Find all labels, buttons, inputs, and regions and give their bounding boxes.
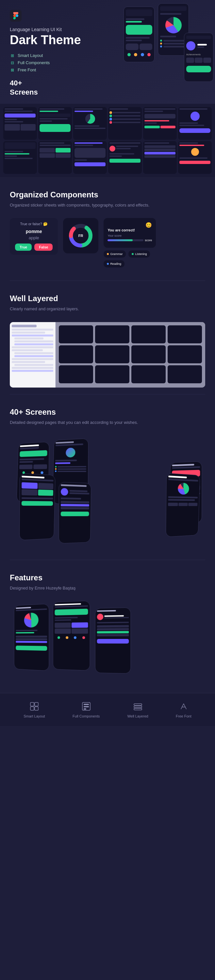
layer-thumb-7 — [131, 345, 166, 363]
screen-thumb-10 — [108, 141, 142, 174]
well-layered-desc: Clearly named and organized layers. — [10, 306, 205, 312]
donut-chart-card: FR — [63, 218, 98, 253]
screen-thumb-3 — [73, 107, 107, 140]
screen-thumb-7 — [3, 141, 37, 174]
components-showcase: True or false? 🤔 pomme apple True False … — [10, 218, 205, 267]
listening-badge: Listening — [128, 250, 150, 258]
full-components-icon: ⊟ — [10, 60, 15, 65]
footer-smart-layout-icon — [29, 701, 40, 711]
screen-thumb-5 — [143, 107, 177, 140]
footer-item-smart-layout: Smart Layout — [24, 701, 45, 718]
layer-thumb-11 — [131, 365, 166, 383]
hero-phone-3: Achievements — [184, 33, 213, 82]
feat-phone-2 — [53, 601, 90, 671]
screen-thumb-8 — [38, 141, 72, 174]
phone-3d-4 — [19, 473, 55, 540]
organized-title: Organized Components — [10, 190, 205, 199]
free-font-label: Free Font — [17, 67, 36, 72]
phone-3d-6 — [166, 473, 200, 537]
well-layered-section: Well Layered Clearly named and organized… — [0, 281, 215, 394]
organized-desc: Organized sticker sheets with components… — [10, 202, 205, 208]
screen-thumb-2 — [38, 107, 72, 140]
congrats-area: 😊 You are correct! Your score score Gram… — [104, 218, 156, 267]
features-section: Features Designed by Emre Huzeyfe Baştaş — [0, 560, 215, 693]
lesson-tags: Grammar Listening — [104, 250, 156, 258]
layer-thumb-6 — [95, 345, 130, 363]
footer-smart-layout-label: Smart Layout — [24, 714, 45, 718]
footer-item-well-layered: Well Layered — [127, 701, 149, 718]
screens-desc: Detailed designed pages that you can edi… — [10, 419, 205, 426]
organized-components-section: Organized Components Organized sticker s… — [0, 177, 215, 281]
false-button[interactable]: False — [34, 243, 52, 251]
footer-free-font-label: Free Font — [176, 714, 191, 718]
svg-rect-13 — [134, 704, 142, 705]
footer-well-layered-label: Well Layered — [127, 714, 149, 718]
layer-thumb-1 — [59, 325, 93, 344]
screen-thumb-4 — [108, 107, 142, 140]
features-title: Features — [10, 573, 205, 582]
hero-section: Language Learning UI Kit Dark Theme ⊞ Sm… — [0, 0, 215, 104]
footer-free-font-icon — [179, 701, 189, 711]
your-score-label: Your score — [108, 234, 152, 237]
layers-sidebar — [10, 322, 55, 388]
smart-layout-icon: ⊞ — [10, 53, 15, 58]
svg-rect-12 — [84, 708, 86, 710]
figma-logo — [10, 10, 22, 22]
footer-full-components-icon — [81, 701, 92, 711]
screens-section: 40+ Screens Detailed designed pages that… — [0, 395, 215, 560]
svg-rect-6 — [35, 702, 38, 706]
congrats-title-text: You are correct! — [108, 228, 152, 232]
quiz-emoji: 🤔 — [43, 222, 48, 226]
quiz-word-main: pomme — [15, 229, 52, 234]
footer-items: Smart Layout Full Components — [10, 701, 205, 718]
free-font-icon: ⊠ — [10, 67, 15, 73]
layer-thumb-9 — [59, 365, 93, 383]
svg-rect-14 — [134, 706, 142, 708]
grammar-badge: Grammar — [104, 250, 126, 258]
quiz-question: True or false? 🤔 — [15, 222, 52, 226]
svg-rect-7 — [30, 707, 34, 710]
screenshots-grid — [3, 107, 212, 174]
well-layered-title: Well Layered — [10, 294, 205, 303]
feat-phone-3 — [95, 608, 131, 674]
congrats-card: 😊 You are correct! Your score score — [104, 218, 156, 248]
layer-thumb-2 — [95, 325, 130, 344]
screen-thumb-1 — [3, 107, 37, 140]
screen-thumb-6 — [178, 107, 212, 140]
screen-thumb-11 — [143, 141, 177, 174]
phone-3d-5 — [58, 482, 91, 544]
screens-title: 40+ Screens — [10, 407, 205, 417]
svg-text:FR: FR — [78, 234, 83, 238]
screen-thumb-12 — [178, 141, 212, 174]
layer-thumb-12 — [168, 365, 202, 383]
screen-thumb-9 — [73, 141, 107, 174]
footer-item-full-components: Full Components — [73, 701, 100, 718]
svg-rect-5 — [30, 702, 34, 706]
phones-3d-showcase — [10, 435, 205, 547]
svg-rect-11 — [84, 706, 89, 707]
layer-thumb-5 — [59, 345, 93, 363]
svg-rect-15 — [134, 708, 142, 710]
features-phones — [10, 601, 205, 686]
quiz-word-sub: apple — [15, 235, 52, 240]
reading-badge: Reading — [104, 260, 125, 267]
hero-phone-1 — [123, 6, 155, 62]
layers-main — [55, 322, 205, 388]
features-desc: Designed by Emre Huzeyfe Baştaş — [10, 585, 205, 592]
true-button[interactable]: True — [15, 243, 32, 251]
quiz-buttons: True False — [15, 243, 52, 251]
footer-item-free-font: Free Font — [176, 701, 191, 718]
layer-thumb-4 — [168, 325, 202, 344]
footer: Smart Layout Full Components — [0, 693, 215, 726]
smart-layout-label: Smart Layout — [17, 53, 43, 58]
hero-phones-area: Achievements — [104, 0, 215, 95]
layer-thumb-10 — [95, 365, 130, 383]
screenshots-section — [0, 104, 215, 177]
layer-thumb-8 — [168, 345, 202, 363]
donut-svg: FR — [68, 223, 94, 249]
feat-phone-1 — [14, 604, 49, 671]
full-components-label: Full Components — [17, 60, 50, 65]
quiz-card: True or false? 🤔 pomme apple True False — [10, 218, 58, 255]
svg-rect-10 — [84, 704, 89, 705]
footer-full-components-label: Full Components — [73, 714, 100, 718]
